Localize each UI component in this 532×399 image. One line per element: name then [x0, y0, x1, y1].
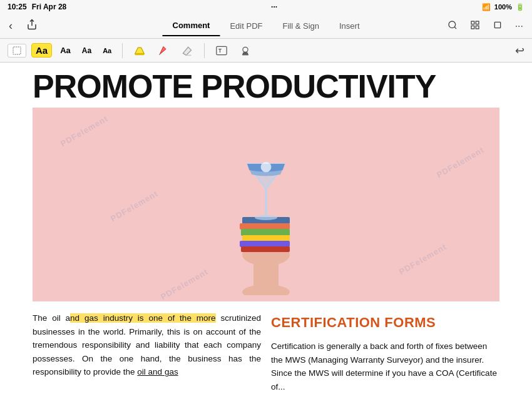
annotation-toolbar: Aa Aa Aa Aa T: [0, 39, 532, 63]
svg-rect-19: [242, 235, 290, 241]
watermark-1: PDFelement: [59, 114, 110, 149]
svg-rect-20: [240, 241, 290, 247]
hero-image: PDFelement PDFelement PDFelement PDFelem…: [33, 108, 499, 301]
tab-comment[interactable]: Comment: [162, 16, 220, 36]
svg-rect-21: [241, 246, 290, 252]
stamp-tool[interactable]: [236, 43, 255, 58]
back-button[interactable]: ‹: [6, 18, 15, 34]
search-button[interactable]: [445, 19, 460, 34]
crop-button[interactable]: [490, 19, 505, 34]
tab-fillsign[interactable]: Fill & Sign: [272, 16, 329, 36]
svg-rect-5: [471, 26, 474, 29]
undo-button[interactable]: ↩: [515, 44, 524, 58]
highlight-tool[interactable]: [130, 43, 149, 58]
grid-button[interactable]: [468, 19, 483, 34]
eraser-tool[interactable]: [178, 43, 197, 58]
tab-editpdf[interactable]: Edit PDF: [220, 16, 272, 36]
svg-rect-18: [241, 229, 290, 236]
toolbar-center: Comment Edit PDF Fill & Sign Insert: [162, 16, 369, 36]
svg-text:T: T: [218, 48, 222, 54]
status-bar-center: ···: [271, 3, 277, 11]
share-button[interactable]: [24, 18, 40, 34]
tab-insert[interactable]: Insert: [329, 16, 370, 36]
highlighted-text: nd gas industry is one of the more: [70, 313, 215, 323]
svg-rect-3: [471, 21, 474, 24]
top-toolbar: ‹ Comment Edit PDF Fill & Sign Insert: [0, 14, 532, 39]
textbox-tool[interactable]: T: [212, 43, 231, 58]
svg-point-1: [449, 21, 456, 28]
status-bar: 10:25 Fri Apr 28 ··· 📶 100% 🔋: [0, 0, 532, 14]
left-paragraph: The oil and gas industry is one of the m…: [33, 311, 261, 379]
watermark-3: PDFelement: [109, 189, 160, 224]
svg-point-12: [243, 47, 248, 52]
svg-point-23: [255, 215, 277, 220]
font-size-large[interactable]: Aa: [31, 43, 52, 58]
right-column: CERTIFICATION FORMS Certification is gen…: [271, 311, 499, 394]
status-time: 10:25: [8, 3, 27, 11]
toolbar-separator-2: [204, 43, 205, 58]
page-title: PROMOTE PRODUCTIVITY: [0, 63, 532, 108]
svg-line-2: [454, 27, 456, 29]
illustration: [166, 114, 366, 295]
svg-point-24: [261, 162, 271, 172]
toolbar-right: ···: [445, 19, 526, 34]
svg-rect-6: [476, 26, 479, 29]
battery-icon: 🔋: [516, 3, 524, 11]
text-columns: The oil and gas industry is one of the m…: [0, 301, 532, 394]
status-dots: ···: [271, 3, 277, 11]
font-size-medium-2[interactable]: Aa: [79, 44, 95, 57]
status-bar-left: 10:25 Fri Apr 28: [8, 3, 66, 11]
svg-rect-9: [135, 53, 145, 54]
underlined-text: oil and gas: [137, 367, 178, 376]
status-day: Fri Apr 28: [32, 3, 67, 11]
pen-tool[interactable]: [154, 43, 173, 58]
svg-rect-7: [494, 22, 500, 28]
svg-rect-8: [13, 47, 21, 54]
status-bar-right: 📶 100% 🔋: [482, 3, 524, 11]
toolbar-left: ‹: [6, 18, 40, 34]
battery-percentage: 100%: [494, 3, 512, 11]
font-size-small[interactable]: Aa: [100, 45, 115, 56]
more-button[interactable]: ···: [513, 19, 526, 33]
page-area: PROMOTE PRODUCTIVITY PDFelement PDFeleme…: [0, 63, 532, 394]
right-paragraph: Certification is generally a back and fo…: [271, 340, 499, 393]
selection-button[interactable]: [8, 44, 26, 58]
left-column: The oil and gas industry is one of the m…: [33, 311, 261, 394]
certification-title: CERTIFICATION FORMS: [271, 311, 499, 333]
toolbar-separator-1: [122, 43, 123, 58]
watermark-2: PDFelement: [435, 145, 486, 180]
wifi-icon: 📶: [482, 3, 491, 11]
svg-rect-17: [240, 223, 290, 230]
svg-rect-4: [476, 21, 479, 24]
font-size-medium-1[interactable]: Aa: [57, 44, 74, 57]
watermark-4: PDFelement: [397, 242, 448, 277]
content-area: PROMOTE PRODUCTIVITY PDFelement PDFeleme…: [0, 63, 532, 399]
